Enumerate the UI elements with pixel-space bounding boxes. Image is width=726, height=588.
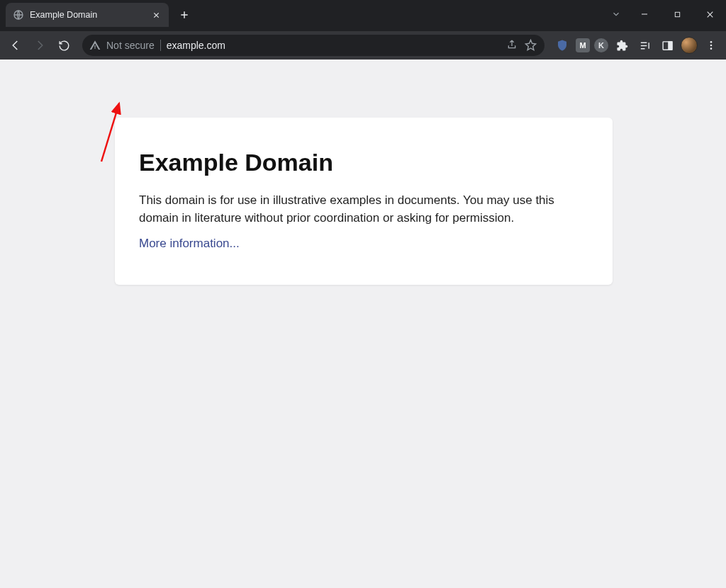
- svg-point-4: [710, 41, 713, 43]
- minimize-button[interactable]: [628, 3, 661, 26]
- url-text: example.com: [167, 40, 501, 51]
- side-panel-icon[interactable]: [658, 36, 676, 55]
- bookmark-star-icon[interactable]: [525, 39, 537, 52]
- extensions-puzzle-icon[interactable]: [613, 36, 631, 55]
- tab-search-button[interactable]: [604, 3, 628, 26]
- browser-menu-button[interactable]: [702, 36, 720, 55]
- tab-title: Example Domain: [30, 10, 146, 20]
- titlebar: Example Domain: [0, 0, 726, 31]
- reading-list-icon[interactable]: [635, 36, 654, 55]
- reload-button[interactable]: [54, 35, 74, 55]
- address-bar[interactable]: Not secure example.com: [82, 35, 544, 56]
- warning-icon: [89, 40, 101, 51]
- more-information-link[interactable]: More information...: [139, 237, 240, 250]
- window-controls: [604, 3, 726, 26]
- shield-icon[interactable]: [553, 36, 571, 55]
- page-paragraph: This domain is for use in illustrative e…: [139, 192, 588, 227]
- page-heading: Example Domain: [139, 149, 588, 176]
- separator: [160, 40, 161, 51]
- toolbar: Not secure example.com M K: [0, 31, 726, 60]
- svg-point-5: [710, 45, 713, 47]
- globe-icon: [13, 9, 24, 21]
- browser-tab[interactable]: Example Domain: [6, 3, 169, 27]
- mail-extension-icon[interactable]: M: [576, 38, 590, 52]
- close-window-button[interactable]: [693, 3, 726, 26]
- security-status-label: Not secure: [106, 40, 155, 51]
- forward-button[interactable]: [30, 35, 50, 55]
- profile-avatar[interactable]: [681, 37, 698, 54]
- close-tab-button[interactable]: [150, 9, 162, 21]
- content-card: Example Domain This domain is for use in…: [115, 118, 613, 285]
- svg-point-6: [710, 47, 713, 50]
- k-extension-icon[interactable]: K: [594, 38, 608, 52]
- share-icon[interactable]: [506, 39, 519, 52]
- new-tab-button[interactable]: [174, 5, 194, 25]
- svg-rect-1: [675, 12, 679, 16]
- back-button[interactable]: [6, 35, 26, 55]
- page-viewport: Example Domain This domain is for use in…: [0, 60, 726, 588]
- maximize-button[interactable]: [661, 3, 693, 26]
- svg-rect-3: [668, 41, 671, 49]
